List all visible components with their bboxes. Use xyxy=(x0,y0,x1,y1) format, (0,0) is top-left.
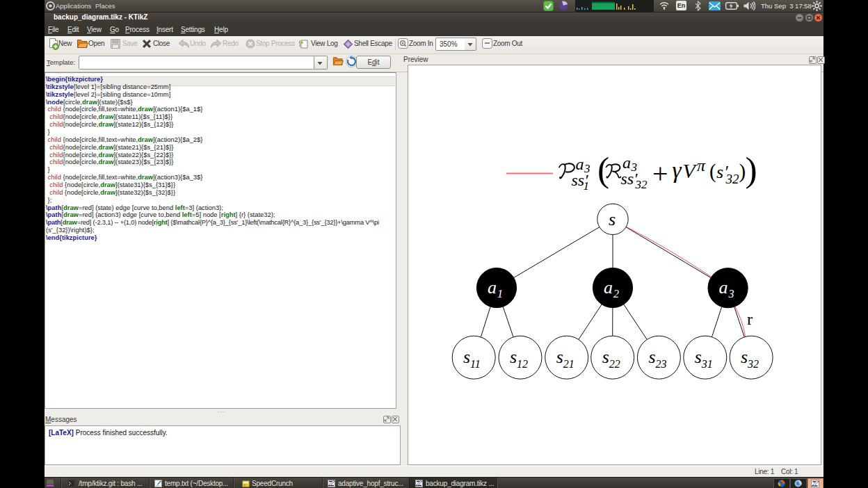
svg-text:(: ( xyxy=(597,149,609,189)
svg-text:s: s xyxy=(510,347,517,367)
svg-text:r: r xyxy=(747,310,753,328)
svg-text:s: s xyxy=(602,347,609,367)
svg-text:2: 2 xyxy=(613,288,619,300)
svg-text:s: s xyxy=(695,347,702,367)
svg-text:a: a xyxy=(604,277,613,298)
svg-text:12: 12 xyxy=(517,358,528,370)
svg-text:γ: γ xyxy=(673,158,682,183)
svg-text:23: 23 xyxy=(655,358,666,370)
svg-text:31: 31 xyxy=(701,358,713,370)
svg-text:(: ( xyxy=(709,160,716,183)
svg-text:s: s xyxy=(463,347,470,367)
svg-text:32: 32 xyxy=(635,178,648,191)
svg-text:): ) xyxy=(746,149,757,189)
svg-text:s: s xyxy=(556,347,563,367)
svg-text:3: 3 xyxy=(728,288,734,300)
svg-text:a: a xyxy=(488,277,497,298)
svg-text:22: 22 xyxy=(609,358,620,370)
svg-text:32: 32 xyxy=(725,172,740,186)
svg-text:s: s xyxy=(716,162,723,182)
svg-text:s: s xyxy=(609,209,616,229)
svg-text:1: 1 xyxy=(497,288,503,300)
svg-text:V: V xyxy=(683,159,698,182)
svg-text:a: a xyxy=(719,277,728,298)
svg-text:1: 1 xyxy=(584,179,590,193)
svg-text:+: + xyxy=(652,158,668,189)
svg-text:s: s xyxy=(741,347,748,367)
svg-text:32: 32 xyxy=(747,358,759,370)
svg-text:π: π xyxy=(697,156,706,174)
svg-text:s: s xyxy=(648,347,655,367)
svg-text:11: 11 xyxy=(470,358,481,370)
svg-text:21: 21 xyxy=(563,358,574,370)
